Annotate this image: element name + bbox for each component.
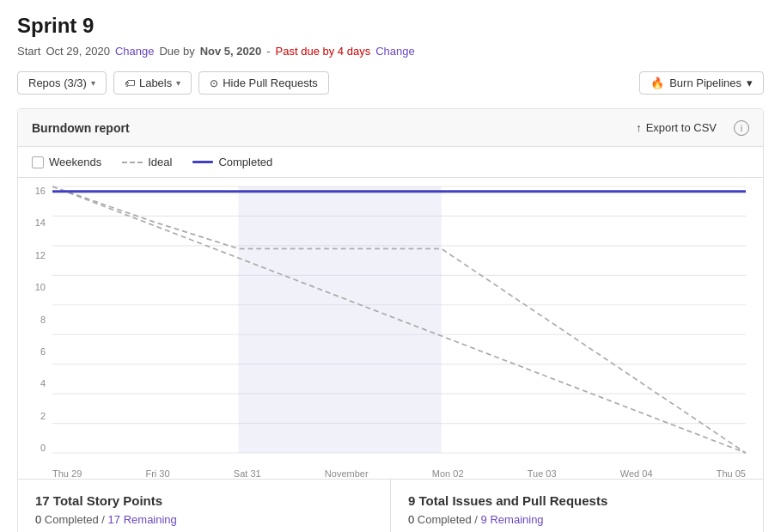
issues-remaining-label: Remaining bbox=[490, 513, 543, 526]
chart-svg bbox=[52, 187, 746, 453]
issues-remaining-link[interactable]: 9 Remaining bbox=[481, 513, 544, 526]
stats-row: 17 Total Story Points 0 Completed / 17 R… bbox=[18, 479, 763, 532]
tag-icon: 🏷 bbox=[125, 77, 135, 89]
x-label-thu29: Thu 29 bbox=[52, 468, 82, 479]
completed-label: Completed bbox=[218, 156, 272, 168]
x-axis: Thu 29 Fri 30 Sat 31 November Mon 02 Tue… bbox=[52, 468, 746, 479]
start-date: Oct 29, 2020 bbox=[46, 45, 109, 58]
issues-completed-count: 0 bbox=[408, 513, 414, 526]
x-label-sat31: Sat 31 bbox=[234, 468, 261, 479]
y-axis: 16 14 12 10 8 6 4 2 0 bbox=[18, 187, 51, 453]
change-due-link[interactable]: Change bbox=[375, 45, 415, 58]
ideal-line-icon bbox=[122, 162, 143, 163]
x-label-mon02: Mon 02 bbox=[432, 468, 464, 479]
sp-completed-label: Completed bbox=[45, 513, 99, 526]
x-label-tue03: Tue 03 bbox=[528, 468, 557, 479]
fire-icon: 🔥 bbox=[650, 76, 664, 89]
toolbar: Repos (3/3) ▾ 🏷 Labels ▾ ⊙ Hide Pull Req… bbox=[17, 71, 764, 95]
y-label-8: 8 bbox=[40, 315, 46, 325]
y-label-10: 10 bbox=[35, 283, 46, 292]
y-label-6: 6 bbox=[40, 347, 46, 357]
sp-remaining-link[interactable]: 17 Remaining bbox=[108, 513, 177, 526]
issues-completed-label: Completed bbox=[418, 513, 472, 526]
story-points-title: 17 Total Story Points bbox=[35, 493, 373, 508]
issues-remaining-count: 9 bbox=[481, 513, 487, 526]
issues-detail: 0 Completed / 9 Remaining bbox=[408, 513, 746, 526]
upload-icon: ↑ bbox=[636, 121, 642, 134]
y-label-2: 2 bbox=[40, 412, 46, 421]
pr-icon: ⊙ bbox=[210, 77, 218, 89]
export-label: Export to CSV bbox=[646, 121, 717, 134]
past-due-text: Past due by 4 days bbox=[276, 45, 371, 58]
svg-rect-10 bbox=[239, 187, 442, 453]
repos-label: Repos (3/3) bbox=[28, 76, 87, 89]
ideal-label: Ideal bbox=[148, 156, 172, 168]
weekends-checkbox[interactable] bbox=[32, 156, 44, 168]
labels-label: Labels bbox=[139, 76, 172, 89]
legend-ideal: Ideal bbox=[122, 156, 172, 168]
burndown-header-right: ↑ Export to CSV i bbox=[627, 118, 749, 138]
sp-separator: / bbox=[101, 513, 107, 526]
legend-weekends: Weekends bbox=[32, 156, 101, 168]
x-label-wed04: Wed 04 bbox=[620, 468, 653, 479]
export-csv-button[interactable]: ↑ Export to CSV bbox=[627, 118, 725, 138]
sprint-meta: Start Oct 29, 2020 Change Due by Nov 5, … bbox=[17, 45, 764, 58]
repos-arrow-icon: ▾ bbox=[91, 78, 95, 88]
sprint-title: Sprint 9 bbox=[17, 14, 764, 38]
hide-pr-button[interactable]: ⊙ Hide Pull Requests bbox=[198, 71, 329, 95]
hide-pr-label: Hide Pull Requests bbox=[223, 76, 318, 89]
burndown-header: Burndown report ↑ Export to CSV i bbox=[18, 109, 763, 147]
sp-remaining-label: Remaining bbox=[124, 513, 177, 526]
story-points-detail: 0 Completed / 17 Remaining bbox=[35, 513, 373, 526]
story-points-box: 17 Total Story Points 0 Completed / 17 R… bbox=[18, 480, 391, 532]
burndown-title: Burndown report bbox=[32, 121, 130, 135]
x-label-november: November bbox=[325, 468, 369, 479]
page-container: Sprint 9 Start Oct 29, 2020 Change Due b… bbox=[0, 0, 781, 532]
burn-arrow-icon: ▾ bbox=[747, 76, 753, 89]
issues-separator: / bbox=[474, 513, 480, 526]
repos-button[interactable]: Repos (3/3) ▾ bbox=[17, 71, 107, 95]
legend: Weekends Ideal Completed bbox=[18, 147, 763, 178]
y-label-0: 0 bbox=[40, 443, 46, 453]
x-label-thu05: Thu 05 bbox=[717, 468, 746, 479]
chart-inner bbox=[52, 187, 746, 453]
y-label-4: 4 bbox=[40, 379, 46, 388]
burndown-section: Burndown report ↑ Export to CSV i Weeken… bbox=[17, 108, 764, 532]
issues-title: 9 Total Issues and Pull Requests bbox=[408, 493, 746, 508]
legend-completed: Completed bbox=[192, 156, 272, 168]
labels-button[interactable]: 🏷 Labels ▾ bbox=[113, 71, 192, 95]
due-label: Due by bbox=[159, 45, 194, 58]
labels-arrow-icon: ▾ bbox=[176, 78, 180, 88]
info-icon[interactable]: i bbox=[734, 120, 749, 136]
burn-pipelines-label: Burn Pipelines bbox=[669, 76, 741, 89]
chart-area: 16 14 12 10 8 6 4 2 0 bbox=[18, 178, 763, 479]
change-start-link[interactable]: Change bbox=[115, 45, 155, 58]
y-label-14: 14 bbox=[35, 218, 46, 228]
start-label: Start bbox=[17, 45, 40, 58]
sp-remaining-count: 17 bbox=[108, 513, 120, 526]
weekends-label: Weekends bbox=[49, 156, 101, 168]
separator: - bbox=[266, 45, 270, 58]
y-label-12: 12 bbox=[35, 251, 46, 260]
completed-line-icon bbox=[192, 161, 213, 163]
issues-box: 9 Total Issues and Pull Requests 0 Compl… bbox=[391, 480, 763, 532]
due-date: Nov 5, 2020 bbox=[200, 45, 262, 58]
sp-completed-count: 0 bbox=[35, 513, 41, 526]
x-label-fri30: Fri 30 bbox=[145, 468, 169, 479]
burn-pipelines-button[interactable]: 🔥 Burn Pipelines ▾ bbox=[639, 71, 764, 95]
y-label-16: 16 bbox=[35, 187, 46, 196]
